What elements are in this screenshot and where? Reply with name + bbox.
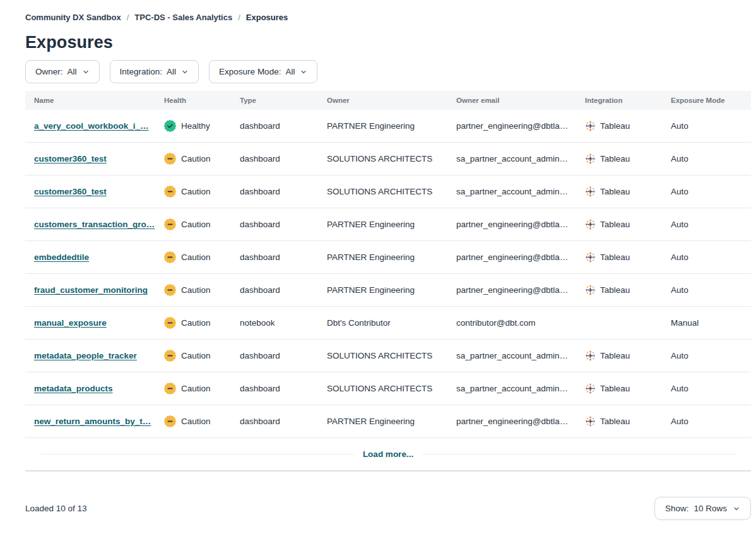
- breadcrumb-separator: /: [238, 13, 240, 22]
- caution-badge-icon: [164, 415, 176, 427]
- exposure-name-link[interactable]: customer360_test: [34, 187, 107, 196]
- exposure-mode: Auto: [662, 220, 751, 229]
- exposure-mode: Auto: [662, 154, 751, 163]
- exposure-mode: Auto: [662, 187, 751, 196]
- chevron-down-icon: [733, 505, 740, 513]
- exposure-owner: SOLUTIONS ARCHITECTS: [318, 351, 447, 360]
- exposure-owner-email: sa_partner_account_admin…: [447, 351, 576, 360]
- filter-label: Integration:: [120, 67, 163, 76]
- tableau-logo-icon: [585, 416, 596, 427]
- table-row: fraud_customer_monitoring Caution dashbo…: [25, 274, 751, 307]
- exposure-mode: Auto: [662, 285, 751, 295]
- chevron-down-icon: [82, 68, 90, 76]
- health-status-text: Caution: [181, 220, 211, 229]
- caution-badge-icon: [164, 317, 176, 329]
- exposure-type: dashboard: [231, 417, 318, 426]
- exposure-name-link[interactable]: metadata_products: [34, 384, 113, 393]
- table-row: customer360_test Caution dashboard SOLUT…: [25, 143, 751, 175]
- exposure-type: dashboard: [231, 154, 318, 163]
- breadcrumb-item-current: Exposures: [246, 13, 288, 22]
- show-rows-dropdown[interactable]: Show: 10 Rows: [654, 497, 751, 520]
- exposure-owner: PARTNER Engineering: [318, 252, 447, 262]
- health-status-text: Healthy: [181, 121, 210, 131]
- breadcrumb-item-project[interactable]: TPC-DS - Sales Analytics: [134, 13, 232, 22]
- table-row: new_return_amounts_by_t… Caution dashboa…: [25, 405, 751, 438]
- integration-name: Tableau: [600, 417, 630, 426]
- exposure-name-link[interactable]: new_return_amounts_by_t…: [34, 417, 151, 426]
- table-row: manual_exposure Caution notebook Dbt's C…: [25, 307, 751, 340]
- integration-name: Tableau: [600, 384, 630, 393]
- health-status-text: Caution: [181, 285, 211, 295]
- column-header-name: Name: [25, 97, 155, 104]
- integration-name: Tableau: [600, 285, 630, 295]
- tableau-logo-icon: [585, 285, 596, 295]
- tableau-logo-icon: [585, 350, 596, 361]
- exposure-type: dashboard: [231, 187, 318, 196]
- filter-bar: Owner: All Integration: All Exposure Mod…: [25, 60, 751, 83]
- exposure-type: notebook: [231, 318, 318, 328]
- caution-badge-icon: [164, 350, 176, 362]
- chevron-down-icon: [300, 68, 307, 76]
- tableau-logo-icon: [585, 186, 596, 197]
- exposure-type: dashboard: [231, 285, 318, 295]
- exposure-mode: Auto: [662, 121, 751, 131]
- exposure-owner-email: sa_partner_account_admin…: [447, 154, 576, 163]
- exposure-mode: Auto: [662, 384, 751, 393]
- exposure-name-link[interactable]: embeddedtile: [34, 252, 89, 262]
- exposure-name-link[interactable]: manual_exposure: [34, 318, 107, 328]
- filter-value: All: [68, 67, 77, 76]
- integration-name: Tableau: [600, 121, 630, 131]
- exposure-owner: PARTNER Engineering: [318, 417, 447, 426]
- integration-name: Tableau: [600, 154, 630, 163]
- caution-badge-icon: [164, 383, 176, 395]
- load-more-link[interactable]: Load more...: [363, 449, 413, 459]
- exposure-type: dashboard: [231, 121, 318, 131]
- exposure-owner: PARTNER Engineering: [318, 285, 447, 295]
- caution-badge-icon: [164, 218, 176, 230]
- column-header-owner: Owner: [318, 97, 447, 104]
- exposure-owner-email: partner_engineering@dbtla…: [447, 417, 576, 426]
- exposure-name-link[interactable]: metadata_people_tracker: [34, 351, 137, 360]
- breadcrumb: Community DX Sandbox / TPC-DS - Sales An…: [25, 13, 751, 22]
- exposure-name-link[interactable]: fraud_customer_monitoring: [34, 285, 148, 295]
- load-more-row: Load more...: [25, 438, 751, 472]
- tableau-logo-icon: [585, 383, 596, 394]
- health-status-text: Caution: [181, 417, 211, 426]
- exposure-owner-email: sa_partner_account_admin…: [447, 384, 576, 393]
- exposure-name-link[interactable]: a_very_cool_workbook_i_…: [34, 121, 149, 131]
- integration-name: Tableau: [600, 351, 630, 360]
- tableau-logo-icon: [585, 153, 596, 164]
- filter-label: Exposure Mode:: [219, 67, 281, 76]
- show-label: Show:: [665, 504, 689, 513]
- integration-name: Tableau: [600, 187, 630, 196]
- page-title: Exposures: [25, 33, 751, 52]
- exposure-owner-email: partner_engineering@dbtla…: [447, 252, 576, 262]
- exposure-owner-email: partner_engineering@dbtla…: [447, 285, 576, 295]
- table-row: embeddedtile Caution dashboard PARTNER E…: [25, 241, 751, 274]
- exposure-mode-filter-dropdown[interactable]: Exposure Mode: All: [209, 60, 317, 83]
- exposures-table: Name Health Type Owner Owner email Integ…: [25, 91, 751, 472]
- column-header-owner-email: Owner email: [447, 97, 576, 104]
- exposure-owner: PARTNER Engineering: [318, 121, 447, 131]
- exposure-mode: Auto: [662, 351, 751, 360]
- owner-filter-dropdown[interactable]: Owner: All: [25, 60, 100, 83]
- integration-filter-dropdown[interactable]: Integration: All: [110, 60, 199, 83]
- breadcrumb-item-account[interactable]: Community DX Sandbox: [25, 13, 121, 22]
- filter-label: Owner:: [35, 67, 63, 76]
- exposure-owner-email: sa_partner_account_admin…: [447, 187, 576, 196]
- integration-name: Tableau: [600, 220, 630, 229]
- exposure-owner: Dbt's Contributor: [318, 318, 447, 328]
- column-header-health: Health: [155, 97, 231, 104]
- exposure-name-link[interactable]: customer360_test: [34, 154, 107, 163]
- exposure-type: dashboard: [231, 351, 318, 360]
- column-header-exposure-mode: Exposure Mode: [662, 97, 751, 104]
- tableau-logo-icon: [585, 252, 596, 263]
- caution-badge-icon: [164, 153, 176, 165]
- healthy-badge-icon: [164, 120, 176, 132]
- exposure-mode: Auto: [662, 252, 751, 262]
- exposure-name-link[interactable]: customers_transaction_gro…: [34, 220, 155, 229]
- table-row: customers_transaction_gro… Caution dashb…: [25, 208, 751, 241]
- exposure-owner-email: partner_engineering@dbtla…: [447, 121, 576, 131]
- filter-value: All: [167, 67, 176, 76]
- exposure-type: dashboard: [231, 220, 318, 229]
